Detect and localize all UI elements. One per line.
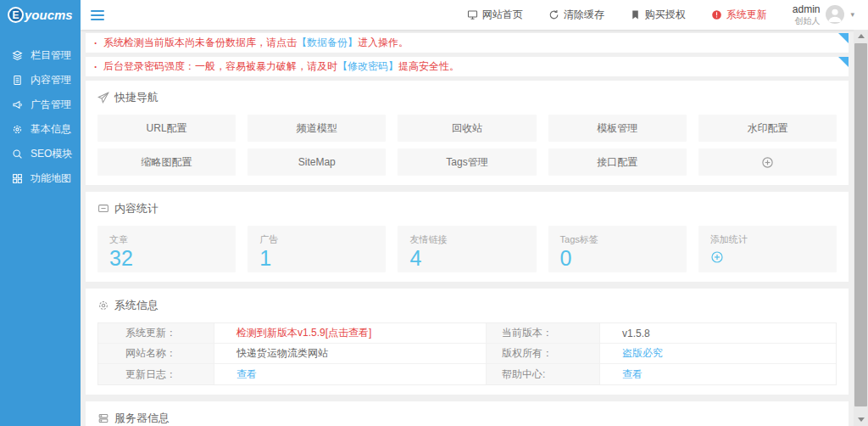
document-icon (12, 75, 23, 86)
quick-nav-add-button[interactable] (698, 149, 837, 176)
quick-nav-title: 快捷导航 (97, 90, 837, 105)
stat-card-add[interactable]: 添加统计 (698, 226, 837, 272)
system-info-table: 系统更新： 检测到新版本v1.5.9[点击查看] 当前版本： v1.5.8 网站… (97, 322, 837, 385)
quick-nav-url-config-button[interactable]: URL配置 (97, 115, 236, 142)
stat-card-ads[interactable]: 广告 1 (248, 226, 386, 272)
sidebar-item-content[interactable]: 内容管理 (0, 68, 81, 92)
user-meta: admin 创始人 (793, 4, 821, 25)
info-label: 版权所有： (486, 344, 600, 364)
vertical-scrollbar (854, 30, 868, 426)
stat-value: 4 (409, 247, 536, 271)
quick-nav-template-manage-button[interactable]: 模板管理 (548, 115, 687, 142)
bookmark-icon (630, 9, 641, 20)
scroll-down-button[interactable] (854, 413, 868, 426)
topbar-item-label: 清除缓存 (564, 8, 604, 22)
alert-text: 后台登录密码强度：一般，容易被暴力破解，请及时 (103, 59, 337, 74)
monitor-icon (467, 9, 478, 20)
alert-backup-database: · 系统检测当前版本尚未备份数据库，请点击 【数据备份】 进入操作。 (86, 33, 849, 53)
plus-circle-icon (761, 156, 774, 169)
menu-toggle-icon[interactable] (91, 10, 104, 20)
alert-text: 进入操作。 (358, 36, 409, 50)
avatar (826, 5, 844, 24)
panel-title-text: 快捷导航 (114, 90, 159, 105)
magnifier-icon (12, 149, 23, 160)
paper-plane-icon (97, 92, 109, 104)
gear-icon (12, 124, 23, 135)
stat-value: 0 (560, 247, 687, 271)
stat-label: 友情链接 (409, 233, 536, 246)
chevron-down-icon: ▾ (850, 10, 854, 19)
stat-card-articles[interactable]: 文章 32 (97, 226, 236, 272)
info-label: 帮助中心: (486, 364, 600, 384)
sidebar-item-ads[interactable]: 广告管理 (0, 92, 81, 117)
content-stats-panel: 内容统计 文章 32 广告 1 友情链接 4 Tags标签 0 添加统计 (86, 192, 849, 282)
topbar-item-label: 系统更新 (726, 8, 767, 22)
scroll-up-button[interactable] (854, 30, 868, 42)
topbar-item-buy-license[interactable]: 购买授权 (630, 8, 686, 22)
user-role: 创始人 (793, 16, 821, 26)
stat-card-tags[interactable]: Tags标签 0 (548, 226, 687, 272)
quick-nav-tags-manage-button[interactable]: Tags管理 (398, 149, 536, 176)
info-label: 更新日志： (98, 364, 214, 384)
stat-value: 32 (109, 247, 236, 271)
stat-card-friend-links[interactable]: 友情链接 4 (398, 226, 536, 272)
logo-text: youcms (25, 8, 73, 22)
stat-label: 广告 (259, 233, 386, 246)
info-label: 网站名称： (98, 344, 214, 364)
topbar-item-clear-cache[interactable]: 清除缓存 (548, 8, 604, 22)
changelog-view-link[interactable]: 查看 (214, 364, 486, 384)
info-label: 当前版本： (486, 323, 600, 344)
stats-grid: 文章 32 广告 1 友情链接 4 Tags标签 0 添加统计 (97, 226, 837, 272)
sidebar-item-label: 功能地图 (31, 171, 71, 186)
alert-text: 系统检测当前版本尚未备份数据库，请点击 (103, 36, 297, 50)
alert-text: 提高安全性。 (398, 59, 459, 74)
help-center-view-link[interactable]: 查看 (600, 364, 836, 384)
alert-weak-password: · 后台登录密码强度：一般，容易被暴力破解，请及时 【修改密码】 提高安全性。 (86, 57, 849, 76)
sidebar-item-label: 栏目管理 (31, 48, 71, 63)
user-name: admin (793, 4, 821, 16)
site-name-value: 快递货运物流类网站 (214, 344, 486, 364)
quick-nav-thumbnail-config-button[interactable]: 缩略图配置 (97, 149, 236, 176)
sidebar-item-basic-info[interactable]: 基本信息 (0, 117, 81, 142)
quick-nav-grid: URL配置 频道模型 回收站 模板管理 水印配置 缩略图配置 SiteMap T… (97, 115, 837, 176)
sidebar-item-seo[interactable]: SEO模块 (0, 142, 81, 166)
scrollbar-thumb[interactable] (854, 43, 867, 406)
current-version-value: v1.5.8 (600, 323, 836, 344)
plus-circle-icon (710, 250, 724, 264)
alert-change-password-link[interactable]: 【修改密码】 (337, 59, 398, 74)
panel-title-text: 服务器信息 (114, 411, 170, 426)
stat-value: 1 (259, 247, 386, 271)
quick-nav-watermark-config-button[interactable]: 水印配置 (698, 115, 837, 142)
layers-icon (12, 50, 23, 61)
content-stats-title: 内容统计 (97, 201, 837, 216)
quick-nav-recycle-bin-button[interactable]: 回收站 (398, 115, 536, 142)
topbar-item-system-update[interactable]: 系统更新 (711, 8, 767, 22)
sidebar-item-label: 基本信息 (31, 122, 71, 137)
user-menu[interactable]: admin 创始人 ▾ (793, 4, 854, 25)
stat-label: 文章 (109, 233, 236, 246)
panel-title-text: 内容统计 (114, 201, 159, 216)
server-info-title: 服务器信息 (97, 411, 837, 426)
quick-nav-api-config-button[interactable]: 接口配置 (548, 149, 687, 176)
sidebar-item-label: 内容管理 (31, 73, 71, 87)
quick-nav-panel: 快捷导航 URL配置 频道模型 回收站 模板管理 水印配置 缩略图配置 Site… (86, 81, 849, 185)
sidebar-nav: 栏目管理 内容管理 广告管理 基本信息 SEO模块 功能地图 (0, 43, 81, 191)
copyright-link[interactable]: 盗版必究 (600, 344, 836, 364)
alert-bullet: · (94, 61, 97, 73)
alert-backup-link[interactable]: 【数据备份】 (297, 36, 358, 50)
corner-fold-icon (838, 33, 849, 43)
topbar: 网站首页 清除缓存 购买授权 系统更新 admin 创始人 ▾ (81, 0, 868, 30)
quick-nav-sitemap-button[interactable]: SiteMap (248, 149, 386, 176)
corner-fold-icon (838, 57, 849, 67)
sidebar-item-feature-map[interactable]: 功能地图 (0, 166, 81, 191)
main-content: · 系统检测当前版本尚未备份数据库，请点击 【数据备份】 进入操作。 · 后台登… (81, 30, 854, 426)
gear-icon (97, 300, 109, 311)
sidebar-item-columns[interactable]: 栏目管理 (0, 43, 81, 68)
warning-icon (711, 9, 722, 20)
sidebar-item-label: SEO模块 (31, 147, 72, 161)
quick-nav-channel-model-button[interactable]: 频道模型 (248, 115, 386, 142)
brand-logo[interactable]: E youcms (0, 0, 81, 30)
topbar-item-site-home[interactable]: 网站首页 (467, 8, 523, 22)
panel-title-text: 系统信息 (114, 298, 159, 313)
new-version-link[interactable]: 检测到新版本v1.5.9[点击查看] (214, 323, 486, 344)
